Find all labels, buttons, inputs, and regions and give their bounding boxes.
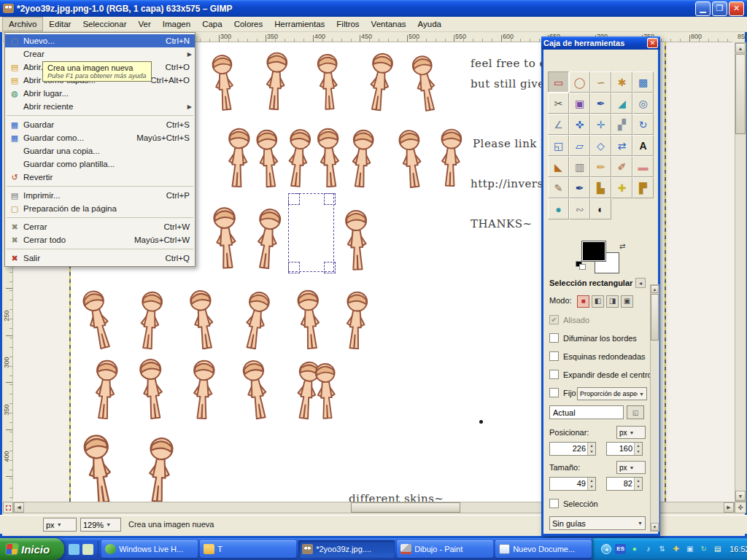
mode-subtract-button[interactable]: ◨ — [606, 295, 619, 308]
tool-zoom[interactable]: ◎ — [632, 93, 654, 114]
taskbar-button-t[interactable]: T — [200, 540, 296, 558]
menu-item-salir[interactable]: ✖SalirCtrl+Q — [5, 252, 195, 265]
option-esquinas-redondeadas[interactable]: Esquinas redondeadas — [549, 349, 647, 364]
tool-scale[interactable]: ◱ — [548, 135, 569, 156]
tray-language-indicator[interactable]: ES — [615, 544, 626, 554]
menu-item-guardar-una-copia[interactable]: Guardar una copia... — [5, 144, 195, 158]
menu-item-abrir-reciente[interactable]: Abrir reciente▶ — [5, 100, 195, 113]
tray-volume-icon[interactable]: ♪ — [643, 544, 654, 554]
tool-ellipse-select[interactable]: ◯ — [569, 71, 590, 93]
menu-item-nuevo[interactable]: ▢Nuevo...Ctrl+N — [5, 34, 195, 47]
tool-options-scroll-thumb[interactable] — [651, 294, 659, 341]
menubar-item-seleccionar[interactable]: Seleccionar — [77, 17, 132, 31]
tool-scissors-select[interactable]: ✂ — [548, 93, 569, 114]
tray-update-icon[interactable]: ↻ — [698, 544, 709, 554]
menu-item-guardar[interactable]: ▦GuardarCtrl+S — [5, 118, 195, 131]
menu-item-guardar-como[interactable]: ▦Guardar como...Mayús+Ctrl+S — [5, 131, 195, 144]
collapse-options-button[interactable]: ◂ — [635, 278, 646, 288]
selection-handle[interactable] — [324, 193, 336, 205]
tray-display-icon[interactable]: ▣ — [684, 544, 695, 554]
position-x-spinner[interactable]: 226 ▲▼ — [549, 442, 596, 456]
selection-rectangle[interactable] — [288, 193, 334, 272]
close-button[interactable]: ✕ — [729, 1, 744, 16]
position-unit-dropdown[interactable]: px ▼ — [616, 426, 646, 439]
unit-dropdown[interactable]: px ▼ — [43, 518, 77, 532]
tool-fuzzy-select[interactable]: ✱ — [611, 71, 632, 93]
tool-flip[interactable]: ⇄ — [611, 135, 632, 156]
tool-rotate[interactable]: ↻ — [632, 114, 654, 135]
tool-text[interactable]: A — [632, 135, 654, 156]
tool-free-select[interactable]: ∽ — [590, 71, 611, 93]
menu-item-crear[interactable]: Crear▶ — [5, 47, 195, 61]
tool-bucket-fill[interactable]: ◣ — [548, 156, 569, 177]
tool-rectangle-select[interactable]: ▭ — [548, 71, 569, 93]
selection-handle[interactable] — [288, 193, 300, 205]
tool-crop[interactable]: ▞ — [611, 114, 632, 135]
size-width-spinner[interactable]: 49 ▲▼ — [549, 477, 596, 491]
scroll-left-icon[interactable]: ◀ — [14, 502, 24, 513]
mode-replace-button[interactable]: ■ — [577, 295, 589, 308]
checkbox-expandir-desde-el-centro[interactable] — [549, 370, 559, 379]
menu-item-guardar-como-plantilla[interactable]: Guardar como plantilla... — [5, 158, 195, 171]
tool-pencil[interactable]: ✏ — [590, 156, 611, 177]
tool-gradient[interactable]: ▥ — [569, 156, 590, 177]
taskbar-button-nuevo-docume[interactable]: Nuevo Docume... — [495, 540, 592, 558]
tool-ink[interactable]: ✒ — [569, 177, 590, 198]
taskbar-button-dibujo-paint[interactable]: Dibujo - Paint — [397, 540, 493, 558]
menu-item-cerrar[interactable]: ✖CerrarCtrl+W — [5, 220, 195, 233]
checkbox-esquinas-redondeadas[interactable] — [549, 351, 559, 361]
selection-handle[interactable] — [324, 262, 336, 273]
selection-handle[interactable] — [288, 262, 300, 273]
tool-perspective[interactable]: ◇ — [590, 135, 611, 156]
menubar-item-editar[interactable]: Editar — [43, 17, 77, 31]
menubar-item-ver[interactable]: Ver — [133, 17, 157, 31]
tool-align[interactable]: ✛ — [590, 114, 611, 135]
menubar-item-ayuda[interactable]: Ayuda — [412, 17, 447, 31]
option-difuminar-los-bordes[interactable]: Difuminar los bordes — [549, 330, 647, 346]
swap-colors-icon[interactable]: ⇄ — [619, 242, 625, 250]
tool-move[interactable]: ✜ — [569, 114, 590, 135]
guides-dropdown[interactable]: Sin guías ▼ — [549, 516, 646, 530]
spinner-arrows-icon[interactable]: ▲▼ — [587, 443, 595, 455]
taskbar-button-2yoo39z-jpg[interactable]: *2yoo39z.jpg.... — [298, 540, 395, 558]
position-y-spinner[interactable]: 160 ▲▼ — [606, 442, 643, 456]
tray-security-shield-icon[interactable]: ✚ — [670, 544, 681, 554]
menu-item-imprimir[interactable]: ▤Imprimir...Ctrl+P — [5, 189, 195, 202]
checkbox-difuminar-los-bordes[interactable] — [549, 333, 559, 343]
tool-paths[interactable]: ✒ — [590, 93, 611, 114]
scroll-up-icon[interactable]: ▲ — [651, 285, 659, 293]
tool-foreground-select[interactable]: ▣ — [569, 93, 590, 114]
aspect-ratio-entry[interactable]: Actual — [549, 405, 624, 419]
maximize-button[interactable]: ❐ — [712, 1, 727, 16]
scroll-down-icon[interactable]: ▼ — [651, 523, 659, 531]
toolbox-titlebar[interactable]: Caja de herramientas ✕ — [541, 36, 660, 50]
zoom-dropdown[interactable]: 129% ▼ — [80, 518, 121, 532]
foreground-color-swatch[interactable] — [581, 241, 606, 262]
tool-smudge[interactable]: ∾ — [569, 198, 590, 219]
mode-add-button[interactable]: ◧ — [592, 295, 604, 308]
menubar-item-archivo[interactable]: Archivo — [2, 17, 43, 31]
tool-eraser[interactable]: ▬ — [632, 156, 654, 177]
menu-item-preparacion-de-la-pagina[interactable]: ▢Preparación de la página — [5, 202, 195, 215]
menubar-item-colores[interactable]: Colores — [228, 17, 269, 31]
quick-launch-desktop-icon[interactable] — [82, 544, 93, 555]
tool-perspective-clone[interactable]: ▛ — [632, 177, 654, 198]
tool-dodge-burn[interactable]: ◐ — [590, 198, 611, 219]
size-height-spinner[interactable]: 82 ▲▼ — [606, 477, 643, 491]
scroll-down-icon[interactable]: ▼ — [735, 491, 746, 501]
scroll-up-icon[interactable]: ▲ — [735, 43, 746, 53]
menu-item-cerrar-todo[interactable]: ✖Cerrar todoMayús+Ctrl+W — [5, 233, 195, 246]
tool-options-scrollbar[interactable]: ▲ ▼ — [650, 284, 659, 532]
menu-item-abrir-lugar[interactable]: ◍Abrir lugar... — [5, 87, 195, 100]
menubar-item-filtros[interactable]: Filtros — [330, 17, 365, 31]
default-colors-icon[interactable] — [576, 261, 586, 270]
vertical-scrollbar[interactable]: ▲ ▼ — [735, 42, 746, 502]
option-alisado[interactable]: ✔Alisado — [549, 312, 647, 327]
tool-select-by-color[interactable]: ▩ — [632, 71, 654, 93]
menubar-item-capa[interactable]: Capa — [196, 17, 228, 31]
tool-clone[interactable]: ▙ — [590, 177, 611, 198]
tool-airbrush[interactable]: ✎ — [548, 177, 569, 198]
tool-measure[interactable]: ∠ — [548, 114, 569, 135]
minimize-button[interactable]: ▁ — [695, 1, 711, 16]
option-expandir-desde-el-centro[interactable]: Expandir desde el centro — [549, 367, 647, 382]
